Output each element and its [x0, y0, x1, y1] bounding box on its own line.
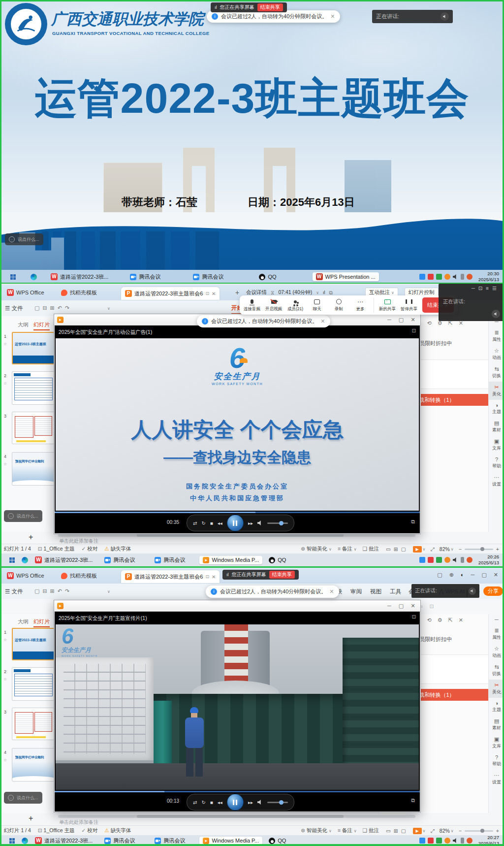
zoom-slider[interactable]: [465, 549, 493, 550]
audio-button[interactable]: 连接音频: [244, 298, 260, 312]
sync-icon[interactable]: ⊕: [449, 572, 454, 578]
strip-beautify[interactable]: ✂美化: [489, 382, 504, 400]
strip-assets[interactable]: ▤素材: [489, 716, 504, 734]
share-button[interactable]: 分享: [483, 586, 503, 596]
h-scrollbar[interactable]: [58, 815, 415, 818]
strip-theme[interactable]: ◑主题: [489, 698, 504, 716]
proofing-indicator[interactable]: ✓ 校对: [81, 546, 97, 553]
window-controls[interactable]: ▢ ⊕ ◐ ─ ▢ ✕: [437, 572, 498, 578]
chat-input[interactable]: ◡ 说点什么...: [4, 510, 42, 522]
maximize-icon[interactable]: ▢: [481, 572, 486, 578]
slide-thumb-3[interactable]: [12, 412, 55, 444]
video-button[interactable]: 开启视频: [265, 298, 282, 312]
devices-icon[interactable]: ▢: [437, 572, 442, 578]
quick-toolbar-icons[interactable]: ▢⊟⊞↶↷: [34, 305, 72, 311]
mute-icon[interactable]: [257, 800, 263, 805]
taskbar-edge[interactable]: [18, 837, 32, 845]
pause-share-button[interactable]: 暂停共享: [401, 298, 417, 312]
taskbar-edge[interactable]: [27, 273, 40, 281]
new-slide-button[interactable]: +: [29, 814, 33, 823]
close-icon[interactable]: ✕: [409, 317, 417, 323]
taskbar-wps-doc[interactable]: W 道路运管2022-3班...: [32, 555, 96, 565]
minimize-icon[interactable]: ─: [385, 317, 394, 323]
shuffle-icon[interactable]: ⇄: [193, 521, 197, 526]
mute-icon[interactable]: [257, 521, 263, 526]
slide-thumb-4[interactable]: 预祝同学们毕业顺利: [12, 748, 55, 781]
zoom-out-button[interactable]: −: [459, 828, 462, 834]
strip-settings[interactable]: ⋯设置: [489, 472, 504, 490]
end-share-button[interactable]: 结束共享: [269, 571, 295, 579]
window-controls[interactable]: ─⊡≡☰: [472, 286, 500, 291]
strip-settings[interactable]: ⋯设置: [489, 770, 504, 788]
close-icon[interactable]: ✕: [494, 572, 498, 578]
stop-icon[interactable]: ■: [210, 521, 213, 526]
system-tray[interactable]: [419, 274, 472, 280]
slide-thumb-2[interactable]: [12, 667, 55, 701]
members-button[interactable]: 成员(21): [287, 298, 304, 312]
taskbar-wmp[interactable]: ▸ Windows Media P...: [199, 556, 262, 564]
taskbar-meeting-2[interactable]: 腾讯会议: [151, 555, 189, 565]
fast-forward-icon[interactable]: ▸▸: [248, 800, 253, 805]
zoom-slider[interactable]: [465, 830, 493, 832]
volume-slider[interactable]: [267, 802, 288, 803]
slide-thumb-1[interactable]: 运管2022-3班主题班: [12, 628, 56, 660]
stop-icon[interactable]: ■: [210, 800, 213, 805]
maximize-icon[interactable]: ▢: [397, 317, 406, 323]
taskbar-qq[interactable]: QQ: [265, 837, 289, 845]
close-icon[interactable]: ✕: [330, 13, 335, 20]
missing-font-indicator[interactable]: ⚠ 缺失字体: [104, 827, 131, 834]
seek-bar[interactable]: [55, 512, 420, 513]
meeting-info-bar[interactable]: 会议详情 ⧖ 07:41 (40分钟) ∨ ıl ⧉: [246, 289, 333, 296]
start-button[interactable]: [6, 837, 18, 845]
minimize-icon[interactable]: ─: [471, 572, 475, 578]
tab-outline[interactable]: 大纲: [18, 321, 29, 328]
fast-forward-icon[interactable]: ▸▸: [248, 521, 253, 526]
repeat-icon[interactable]: ↻: [201, 800, 205, 805]
zoom-in-button[interactable]: +: [496, 828, 499, 834]
switch-library-icon[interactable]: ⧉: [411, 797, 415, 804]
corner-resize-icon[interactable]: ⊡: [412, 614, 416, 619]
menu-review[interactable]: 审阅: [350, 588, 362, 595]
tab-slides[interactable]: 幻灯片: [33, 321, 50, 330]
new-slide-button[interactable]: +: [29, 533, 33, 542]
taskbar-wps-presentation[interactable]: W WPS Presentation ...: [313, 272, 379, 281]
taskbar-clock[interactable]: 20:26 2025/6/13: [478, 554, 499, 566]
system-tray[interactable]: [419, 838, 472, 844]
view-mode-icons[interactable]: ▭⊞▢: [386, 546, 409, 552]
start-button[interactable]: [6, 556, 18, 564]
tab-wps-office[interactable]: W WPS Office: [3, 570, 48, 582]
strip-help[interactable]: ?帮助: [489, 752, 504, 770]
seek-bar[interactable]: [55, 791, 420, 792]
view-mode-icons[interactable]: ▭⊞▢: [386, 828, 409, 834]
chevron-down-icon[interactable]: ∨: [107, 589, 110, 594]
rewind-icon[interactable]: ◂◂: [218, 521, 222, 526]
zoom-out-button[interactable]: −: [459, 546, 462, 552]
strip-assets[interactable]: ▤素材: [489, 418, 504, 436]
pause-button[interactable]: [227, 794, 244, 811]
system-tray[interactable]: [419, 557, 472, 563]
quick-toolbar-icons[interactable]: ▢⊟⊞↶↷: [34, 588, 72, 594]
slide-thumb-3[interactable]: [12, 708, 55, 740]
taskbar-meeting-2[interactable]: 腾讯会议: [189, 272, 227, 282]
tab-slides[interactable]: 幻灯片: [33, 618, 50, 627]
tab-docer[interactable]: 找稻壳模板: [57, 570, 101, 582]
taskbar-wmp[interactable]: ▸ Windows Media P...: [199, 837, 262, 845]
close-icon[interactable]: ✕: [409, 603, 417, 609]
comments-button[interactable]: ❑ 批注: [363, 546, 379, 553]
comments-button[interactable]: ❑ 批注: [363, 827, 379, 834]
chat-input[interactable]: ◡ 说点什么...: [4, 792, 42, 804]
video-area[interactable]: 2025年全国“安全生产月”活动公益广告(1) ⊡ 6 安全生产月 WORK S…: [55, 325, 420, 533]
end-share-button[interactable]: 结束共享: [257, 3, 283, 11]
zoom-in-button[interactable]: +: [496, 546, 499, 552]
strip-properties[interactable]: ≣属性: [489, 327, 504, 345]
proofing-indicator[interactable]: ✓ 校对: [81, 827, 97, 834]
zoom-level[interactable]: 82%: [440, 828, 450, 834]
fit-slide-icon[interactable]: ⤢: [430, 828, 434, 834]
file-menu[interactable]: ☰ 文件: [5, 305, 23, 312]
shuffle-icon[interactable]: ⇄: [193, 800, 197, 805]
record-button[interactable]: 录制: [330, 298, 347, 312]
smart-beautify-button[interactable]: ⊛ 智能美化 ∨: [301, 827, 332, 834]
volume-slider[interactable]: [267, 522, 288, 524]
video-area[interactable]: 2025年全国“安全生产月”主题宣传片(1) ⊡: [55, 612, 420, 812]
minimize-icon[interactable]: ─: [385, 603, 394, 609]
